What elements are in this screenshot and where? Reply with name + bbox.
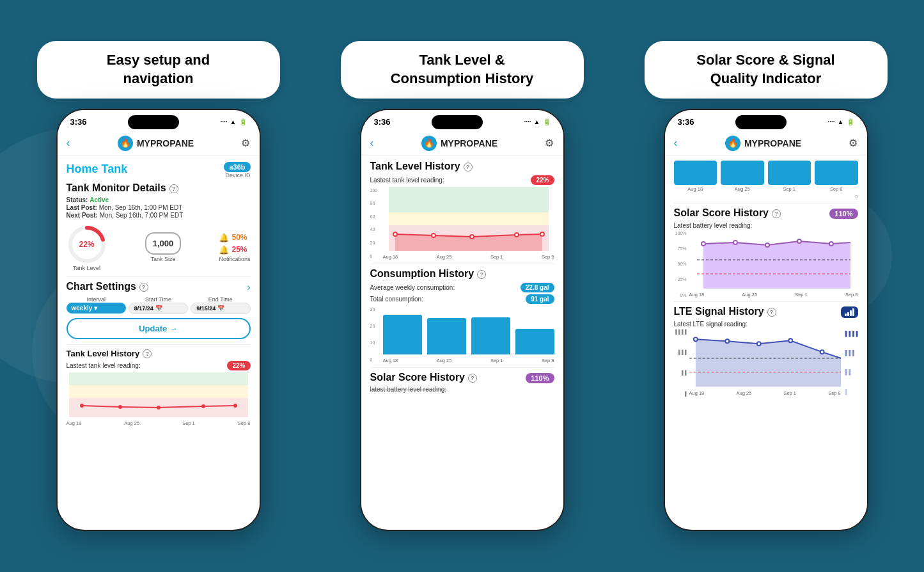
latest-battery-label-3: Latest battery level reading: [674, 222, 753, 229]
home-tank-title: Home Tank [67, 163, 128, 176]
latest-tank-row: Lastest tank level reading: 22% [67, 361, 251, 370]
flame-icon-1: 🔥 [118, 136, 133, 151]
gear-icon-2[interactable]: ⚙ [545, 137, 554, 149]
mini-chart-x-labels: Aug 18 Aug 25 Sep 1 Sep 8 [67, 420, 251, 426]
tank-level-chart-2: 100806040200 [370, 187, 554, 260]
notif-value-2: 25% [231, 245, 247, 254]
tank-size-label: Tank Size [145, 256, 182, 262]
bar-sep8 [515, 329, 554, 354]
chart-settings-chevron[interactable]: › [247, 282, 250, 293]
svg-point-34 [820, 350, 824, 354]
lte-x-labels-3: Aug 18Aug 25Sep 1Sep 8 [689, 390, 841, 396]
solar-blocks-row: Aug 18 Aug 25 Sep 1 Sep 8 [674, 161, 858, 192]
metrics-row: 22% Tank Level 1,000 Tank Size 🔔 50% [67, 224, 251, 271]
x-label-aug18: Aug 18 [67, 420, 82, 426]
phone-content-2: Tank Level History ? Lastest tank level … [361, 155, 563, 524]
settings-grid: Interval weekly ▾ Start Time 8/17/24 📅 [67, 296, 251, 314]
svg-rect-10 [389, 187, 549, 212]
status-time-3: 3:36 [678, 117, 694, 127]
svg-point-8 [201, 404, 205, 408]
solar-help-c2[interactable]: ? [468, 374, 477, 383]
divider-c2-2 [370, 367, 554, 368]
end-time-label: End Time [191, 296, 250, 303]
notif-bell-icon-1: 🔔 [219, 233, 229, 242]
divider-2 [67, 344, 251, 345]
top-nav-1: ‹ 🔥 MYPROPANE ⚙ [58, 132, 260, 155]
brand-name-3: MYPROPANE [744, 138, 801, 148]
status-bar-1: 3:36 ···· ▲ 🔋 [58, 110, 260, 132]
status-bar-2: 3:36 ···· ▲ 🔋 [361, 110, 563, 132]
gear-icon-3[interactable]: ⚙ [849, 137, 857, 149]
back-button-3[interactable]: ‹ [674, 136, 678, 150]
x-label-aug25: Aug 25 [124, 420, 139, 426]
start-date-picker[interactable]: 8/17/24 📅 [129, 303, 188, 314]
svg-rect-2 [69, 372, 248, 385]
chart-settings-title: Chart Settings [67, 281, 136, 292]
home-header-row: Home Tank a36b Device ID [67, 161, 251, 179]
status-label: Status: [67, 196, 88, 203]
top-nav-3: ‹ 🔥 MYPROPANE ⚙ [665, 132, 867, 155]
flame-icon-2: 🔥 [421, 136, 437, 151]
status-bar-3: 3:36 ···· ▲ 🔋 [665, 110, 867, 132]
chart-settings-header: Chart Settings ? › [67, 281, 251, 294]
gear-icon-1[interactable]: ⚙ [241, 137, 250, 149]
top-nav-2: ‹ 🔥 MYPROPANE ⚙ [361, 132, 563, 155]
next-post-row: Next Post: Mon, Sep 16th, 7:00 PM EDT [67, 212, 251, 219]
tank-level-help-2[interactable]: ? [464, 163, 473, 171]
tank-level-help[interactable]: ? [143, 349, 152, 358]
svg-point-30 [693, 337, 697, 341]
chart-settings-help[interactable]: ? [139, 283, 148, 292]
consumption-help-2[interactable]: ? [477, 270, 486, 279]
notifications-col: 🔔 50% 🔔 25% Notifications [219, 233, 250, 262]
lte-title-3: LTE Signal History [674, 306, 764, 317]
signal-icon-1: ▲ [230, 118, 237, 125]
interval-select[interactable]: weekly ▾ [67, 303, 126, 314]
last-post-value: Mon, Sep 16th, 1:00 PM EDT [99, 204, 183, 211]
tank-level-history-title: Tank Level History [67, 349, 140, 358]
brand-name-2: MYPROPANE [441, 138, 497, 148]
latest-lte-row-3: Latest LTE signal reading: [674, 321, 858, 328]
divider-1 [67, 276, 251, 277]
monitor-help-icon[interactable]: ? [169, 184, 178, 193]
notif-item-1: 🔔 50% [219, 233, 250, 242]
end-date-picker[interactable]: 9/15/24 📅 [191, 303, 250, 314]
svg-marker-27 [695, 339, 840, 386]
lte-help-3[interactable]: ? [767, 308, 776, 317]
svg-point-5 [80, 404, 84, 408]
mini-tank-chart-svg [67, 372, 251, 417]
battery-icon-3: 🔋 [847, 118, 854, 125]
update-button[interactable]: Update → [67, 318, 251, 339]
back-button-1[interactable]: ‹ [67, 136, 70, 150]
signal-icon-2: ▲ [534, 118, 540, 125]
latest-battery-label-c2: latest battery level reading: [370, 386, 447, 393]
svg-point-14 [393, 232, 397, 236]
solar-score-title-3: Solar Score History [674, 207, 769, 219]
mini-tank-chart-container: Aug 18 Aug 25 Sep 1 Sep 8 [67, 372, 251, 426]
battery-icon-2: 🔋 [543, 118, 551, 125]
column-3: Solar Score & SignalQuality Indicator 3:… [620, 41, 911, 530]
bar-chart-inner [383, 306, 554, 357]
signal-icon-3: ▲ [838, 118, 844, 125]
flame-icon-3: 🔥 [725, 136, 740, 151]
brand-name-1: MYPROPANE [137, 138, 194, 148]
battery-icon-1: 🔋 [239, 118, 247, 125]
wifi-icon-2: ···· [524, 118, 531, 125]
lte-signal-svg-3 [689, 330, 841, 387]
last-post-label: Last Post: [67, 204, 97, 211]
back-button-2[interactable]: ‹ [370, 136, 374, 150]
solar-chart-3: 100%75%50%25%0% [674, 231, 858, 298]
latest-tank-row-2: Lastest tank level reading: 22% [370, 175, 554, 185]
bar-aug18 [383, 315, 422, 354]
latest-lte-label-3: Latest LTE signal reading: [674, 321, 748, 328]
svg-marker-19 [703, 241, 850, 289]
column-1: Easy setup and navigation 3:36 ···· ▲ 🔋 … [13, 41, 304, 530]
tank-size-box: 1,000 [145, 232, 182, 255]
status-row: Status: Active [67, 196, 251, 203]
tank-x-labels-2: Aug 18Aug 25Sep 1Sep 8 [383, 254, 554, 260]
device-id-badge: a36b [224, 162, 250, 172]
solar-score-help-3[interactable]: ? [772, 209, 781, 218]
svg-point-15 [432, 234, 435, 237]
monitor-details-title: Tank Monitor Details [67, 182, 166, 194]
latest-tank-value: 22% [227, 361, 250, 370]
interval-label: Interval [67, 296, 126, 303]
